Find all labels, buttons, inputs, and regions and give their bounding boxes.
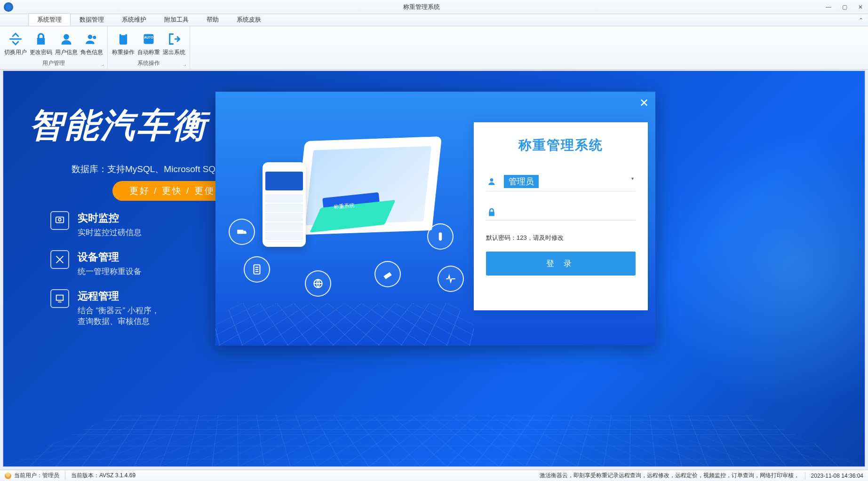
tab-skin[interactable]: 系统皮肤: [228, 13, 270, 26]
svg-point-1: [88, 35, 92, 39]
svg-rect-3: [119, 34, 127, 45]
auto-weigh-button[interactable]: AUTO 自动称重: [136, 28, 161, 58]
tab-extra-tools[interactable]: 附加工具: [155, 13, 198, 26]
badge-camera-icon: [374, 261, 401, 287]
login-illustration: [215, 92, 474, 346]
role-info-label: 角色信息: [80, 48, 103, 56]
badge-sensor-icon: [427, 223, 454, 250]
ribbon-group-system-title: 系统操作: [111, 58, 187, 68]
feature-list: 实时监控 实时监控过磅信息 设备管理 统一管理称重设备 远程管理 结合 “衡器云…: [50, 211, 159, 339]
maximize-button[interactable]: ▢: [841, 3, 848, 11]
exit-system-button[interactable]: 退出系统: [161, 28, 187, 58]
login-button[interactable]: 登 录: [486, 252, 636, 276]
password-hint: 默认密码：123，请及时修改: [486, 234, 636, 242]
login-title: 称重管理系统: [486, 136, 636, 154]
change-password-label: 更改密码: [30, 48, 52, 56]
feature-remote-sub: 结合 “衡器云” 小程序， 查询数据、审核信息: [78, 305, 159, 327]
role-info-button[interactable]: 角色信息: [79, 28, 104, 58]
svg-rect-11: [237, 230, 243, 234]
password-input[interactable]: [504, 207, 635, 217]
status-user-icon: [5, 473, 11, 479]
ribbon-collapse-icon[interactable]: ⌃: [859, 17, 863, 24]
tab-help[interactable]: 帮助: [198, 13, 228, 26]
hero-grid-decor: [3, 415, 865, 466]
ribbon-content: 切换用户 更改密码 用户信息 角色信息 用户管理 称重操作 AUTO: [0, 26, 868, 70]
clipboard-icon: [116, 32, 131, 47]
lock-icon: [33, 32, 48, 47]
exit-icon: [167, 32, 182, 47]
badge-globe-icon: [305, 270, 331, 297]
username-value: 管理员: [504, 175, 539, 188]
svg-point-8: [58, 218, 61, 221]
svg-rect-14: [439, 232, 442, 240]
ribbon-group-system: 称重操作 AUTO 自动称重 退出系统 系统操作: [108, 26, 190, 69]
switch-user-button[interactable]: 切换用户: [3, 28, 28, 58]
login-dialog: ✕ 称重管理系统 管理员 ▾ 默认密码：123，请及时修改 登 录: [215, 92, 655, 346]
feature-monitor-sub: 实时监控过磅信息: [78, 227, 142, 238]
window-title: 称重管理系统: [18, 3, 825, 11]
status-bar: 当前用户：管理员 当前版本：AVSZ 3.1.4.69 激活衡器云，即刻享受称重…: [0, 470, 868, 481]
title-bar: 称重管理系统 — ▢ ✕: [0, 0, 868, 14]
phone-illus-icon: [263, 162, 306, 247]
switch-user-icon: [8, 32, 23, 47]
hero-headline: 智能汽车衡: [29, 103, 208, 148]
weigh-operation-button[interactable]: 称重操作: [111, 28, 136, 58]
login-panel: 称重管理系统 管理员 ▾ 默认密码：123，请及时修改 登 录: [474, 122, 648, 310]
username-dropdown-icon[interactable]: ▾: [631, 176, 634, 181]
tab-system-maintain[interactable]: 系统维护: [113, 13, 155, 26]
status-user: 当前用户：管理员: [14, 472, 59, 480]
hero-subtitle: 数据库：支持MySQL、Microsoft SQ: [72, 163, 215, 175]
tab-system-manage[interactable]: 系统管理: [28, 13, 71, 26]
feature-remote-title: 远程管理: [78, 289, 159, 303]
lock-icon: [487, 208, 496, 217]
close-button[interactable]: ✕: [857, 3, 864, 11]
exit-system-label: 退出系统: [163, 48, 185, 56]
ribbon-tabs: 系统管理 数据管理 系统维护 附加工具 帮助 系统皮肤: [0, 14, 868, 26]
feature-device-title: 设备管理: [78, 250, 142, 264]
svg-rect-10: [56, 295, 64, 300]
svg-point-2: [93, 36, 96, 39]
svg-rect-4: [121, 33, 125, 35]
app-logo-icon: [4, 2, 13, 12]
hero-pill: 更好 / 更快 / 更便: [112, 181, 232, 201]
username-field[interactable]: 管理员 ▾: [486, 172, 636, 191]
monitor-icon: [50, 211, 69, 230]
password-field[interactable]: [486, 205, 636, 221]
minimize-button[interactable]: —: [825, 3, 832, 11]
ribbon-group-user: 切换用户 更改密码 用户信息 角色信息 用户管理: [0, 26, 108, 69]
role-icon: [84, 32, 99, 47]
feature-device-sub: 统一管理称重设备: [78, 266, 142, 277]
svg-point-15: [490, 178, 494, 181]
user-info-button[interactable]: 用户信息: [54, 28, 79, 58]
badge-wave-icon: [438, 266, 464, 292]
switch-user-label: 切换用户: [4, 48, 27, 56]
remote-icon: [50, 289, 69, 308]
auto-weigh-label: 自动称重: [137, 48, 160, 56]
badge-clipboard-icon: [244, 256, 270, 283]
truck-illus-icon: [322, 192, 382, 226]
ribbon-group-user-title: 用户管理: [3, 58, 104, 68]
auto-icon: AUTO: [141, 32, 156, 47]
feature-remote: 远程管理 结合 “衡器云” 小程序， 查询数据、审核信息: [50, 289, 159, 327]
user-icon: [59, 32, 74, 47]
user-icon: [487, 177, 496, 186]
user-info-label: 用户信息: [55, 48, 78, 56]
status-time: 2023-11-08 14:36:04: [811, 473, 863, 479]
svg-point-0: [64, 34, 69, 40]
device-icon: [50, 250, 69, 269]
status-version: 当前版本：AVSZ 3.1.4.69: [71, 472, 135, 480]
svg-text:AUTO: AUTO: [144, 36, 153, 39]
change-password-button[interactable]: 更改密码: [28, 28, 54, 58]
login-close-button[interactable]: ✕: [639, 96, 649, 110]
feature-device: 设备管理 统一管理称重设备: [50, 250, 159, 277]
tab-data-manage[interactable]: 数据管理: [71, 13, 113, 26]
feature-monitor: 实时监控 实时监控过磅信息: [50, 211, 159, 238]
feature-monitor-title: 实时监控: [78, 211, 142, 225]
svg-rect-7: [56, 217, 64, 223]
weigh-operation-label: 称重操作: [112, 48, 135, 56]
badge-truck-icon: [229, 219, 255, 245]
status-scroll-message: 激活衡器云，即刻享受称重记录远程查询，远程修改，远程定价，视频监控，订单查询，网…: [540, 472, 799, 480]
